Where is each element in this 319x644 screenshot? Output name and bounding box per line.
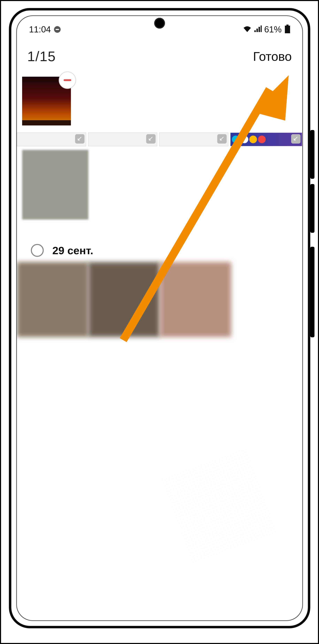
selection-counter: 1/15 [27, 48, 56, 64]
gallery-thumbnail[interactable] [230, 132, 302, 146]
phone-side-button [310, 130, 314, 179]
minus-icon [64, 79, 71, 81]
selected-thumbnails-strip [17, 72, 302, 132]
date-label: 29 сент. [52, 244, 94, 257]
gallery-row [17, 262, 231, 337]
wifi-icon [243, 24, 252, 34]
expand-icon [75, 134, 84, 144]
gallery-thumbnail[interactable] [160, 262, 231, 337]
expand-icon [217, 134, 227, 144]
status-time: 11:04 [29, 24, 51, 34]
phone-side-button [310, 184, 314, 233]
app-icon [249, 136, 257, 143]
gallery-thumbnail[interactable] [88, 262, 160, 337]
gallery-thumbnail[interactable] [88, 132, 157, 146]
gallery-thumbnail[interactable] [17, 132, 86, 146]
decorative-speckle [161, 448, 277, 564]
remove-selection-button[interactable] [59, 72, 76, 89]
phone-side-button [310, 247, 314, 337]
selection-toolbar: 1/15 Готово [17, 36, 302, 72]
signal-icon [254, 24, 262, 34]
expand-icon [291, 134, 300, 144]
done-button[interactable]: Готово [253, 49, 292, 64]
gallery-thumbnail[interactable] [159, 132, 228, 146]
app-icon [232, 136, 240, 143]
gallery-thumbnail[interactable] [17, 262, 88, 337]
app-icon [258, 136, 266, 143]
screenshot-row [17, 132, 302, 146]
battery-icon [285, 26, 290, 33]
selected-thumbnail[interactable] [22, 77, 71, 126]
expand-icon [146, 134, 156, 144]
battery-text: 61% [264, 24, 282, 34]
gallery-thumbnail[interactable] [22, 150, 88, 220]
dnd-icon [54, 26, 61, 33]
app-icon [240, 136, 248, 143]
date-group-header: 29 сент. [17, 220, 302, 262]
phone-camera [154, 18, 165, 28]
select-all-checkbox[interactable] [31, 244, 44, 257]
